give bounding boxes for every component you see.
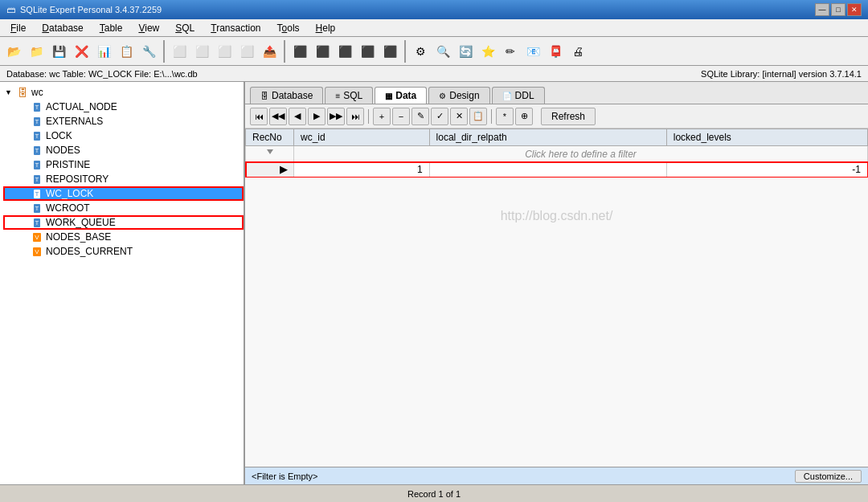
tab-database[interactable]: 🗄 Database (250, 87, 323, 104)
tb-12[interactable]: 📤 (259, 41, 280, 62)
nav-next-page[interactable]: ▶▶ (327, 108, 345, 125)
tb-14[interactable]: ⬛ (312, 41, 333, 62)
tb-23[interactable]: 📧 (522, 41, 543, 62)
tb-15[interactable]: ⬛ (334, 41, 355, 62)
sql-tab-icon: ≡ (335, 92, 340, 100)
tree-expand-wc[interactable]: ▼ (5, 88, 16, 96)
tb-19[interactable]: 🔍 (432, 41, 453, 62)
nav-prev-page[interactable]: ◀◀ (269, 108, 287, 125)
toolbar-sep-2 (284, 40, 285, 63)
tree-item-wc-lock[interactable]: T WC_LOCK (3, 186, 244, 201)
row-delete[interactable]: − (392, 108, 410, 125)
tree-item-nodes-base[interactable]: V NODES_BASE (3, 230, 244, 244)
menu-sql[interactable]: SQL (168, 20, 202, 36)
tb-21[interactable]: ⭐ (477, 41, 498, 62)
tb-6[interactable]: 📋 (116, 41, 137, 62)
main-layout: ▼ 🗄 wc T ACTUAL_NODE T EXTERNALS T LOCK (0, 82, 868, 484)
nav-next[interactable]: ▶ (308, 108, 326, 125)
tb-8[interactable]: ⬜ (169, 41, 190, 62)
tree-label-externals: EXTERNALS (46, 116, 103, 127)
filter-text[interactable]: Click here to define a filter (294, 146, 868, 162)
toolbar-sep-3 (404, 40, 406, 63)
row-edit[interactable]: ✎ (411, 108, 429, 125)
design-tab-icon: ⚙ (439, 92, 446, 100)
tab-sql[interactable]: ≡ SQL (325, 87, 373, 104)
nav-last[interactable]: ⏭ (346, 108, 364, 125)
menu-transaction[interactable]: Transaction (203, 20, 268, 36)
tb-7[interactable]: 🔧 (138, 41, 159, 62)
tb-open[interactable]: 📁 (26, 41, 47, 62)
tb-close[interactable]: ❌ (71, 41, 92, 62)
filter-indicator (246, 146, 294, 162)
tb-22[interactable]: ✏ (500, 41, 521, 62)
filter-row[interactable]: Click here to define a filter (246, 146, 868, 162)
customize-button[interactable]: Customize... (795, 470, 862, 483)
col-header-relpath: local_dir_relpath (429, 129, 666, 146)
tree-item-pristine[interactable]: T PRISTINE (3, 157, 244, 172)
cell-relpath-1[interactable] (429, 162, 666, 178)
tree-item-lock[interactable]: T LOCK (3, 129, 244, 143)
filter-icon (265, 148, 275, 157)
table-icon-lock: T (31, 129, 43, 142)
tb-5[interactable]: 📊 (93, 41, 114, 62)
tree-item-nodes-current[interactable]: V NODES_CURRENT (3, 244, 244, 259)
tree-item-actual-node[interactable]: T ACTUAL_NODE (3, 100, 244, 114)
tab-data[interactable]: ▦ Data (375, 87, 427, 104)
data-toolbar: ⏮ ◀◀ ◀ ▶ ▶▶ ⏭ + − ✎ ✓ ✕ 📋 * ⊕ Refresh (245, 104, 868, 129)
menu-help[interactable]: Help (309, 20, 343, 36)
menu-view[interactable]: View (131, 20, 166, 36)
tree-item-nodes[interactable]: T NODES (3, 143, 244, 157)
row-confirm[interactable]: ✓ (431, 108, 448, 125)
tb-13[interactable]: ⬛ (289, 41, 310, 62)
col-header-wc-id: wc_id (294, 129, 430, 146)
tb-24[interactable]: 📮 (545, 41, 566, 62)
nav-first[interactable]: ⏮ (250, 108, 268, 125)
tb-20[interactable]: 🔄 (455, 41, 476, 62)
tb-16[interactable]: ⬛ (357, 41, 378, 62)
minimize-button[interactable]: — (815, 3, 829, 16)
row-plus2[interactable]: ⊕ (515, 108, 533, 125)
data-sep-1 (368, 109, 369, 124)
svg-marker-0 (267, 149, 273, 154)
menu-table[interactable]: Table (92, 20, 130, 36)
maximize-button[interactable]: □ (831, 3, 845, 16)
tab-bar: 🗄 Database ≡ SQL ▦ Data ⚙ Design 📄 DDL (245, 82, 868, 104)
tb-save[interactable]: 💾 (48, 41, 69, 62)
tree-item-wcroot[interactable]: T WCROOT (3, 201, 244, 215)
tab-design[interactable]: ⚙ Design (428, 87, 489, 104)
row-copy[interactable]: 📋 (469, 108, 487, 125)
nav-prev[interactable]: ◀ (289, 108, 306, 125)
tb-9[interactable]: ⬜ (191, 41, 212, 62)
tb-25[interactable]: 🖨 (567, 41, 588, 62)
tb-17[interactable]: ⬛ (379, 41, 400, 62)
tb-new[interactable]: 📂 (3, 41, 24, 62)
cell-wc-id-1[interactable]: 1 (294, 162, 430, 178)
table-icon-repository: T (31, 173, 43, 186)
tb-10[interactable]: ⬜ (214, 41, 235, 62)
data-row-1[interactable]: ▶ 1 -1 (246, 162, 868, 178)
tree-item-externals[interactable]: T EXTERNALS (3, 114, 244, 129)
tree-item-repository[interactable]: T REPOSITORY (3, 172, 244, 186)
row-asterisk[interactable]: * (496, 108, 514, 125)
tab-data-label: Data (395, 90, 416, 101)
info-bar: Database: wc Table: WC_LOCK File: E:\...… (0, 66, 868, 82)
data-grid: RecNo wc_id local_dir_relpath locked_lev… (245, 129, 868, 178)
refresh-button[interactable]: Refresh (541, 108, 596, 125)
tab-ddl[interactable]: 📄 DDL (492, 87, 545, 104)
row-cancel[interactable]: ✕ (450, 108, 468, 125)
tb-11[interactable]: ⬜ (236, 41, 257, 62)
row-add[interactable]: + (373, 108, 391, 125)
filter-status: <Filter is Empty> (252, 471, 318, 481)
tree-item-work-queue[interactable]: T WORK_QUEUE (3, 215, 244, 230)
table-icon-wcroot: T (31, 202, 43, 214)
tb-18[interactable]: ⚙ (410, 41, 431, 62)
menu-file[interactable]: File (3, 20, 33, 36)
special-icon-nodes-base: V (31, 231, 43, 243)
tree-root-wc[interactable]: ▼ 🗄 wc (3, 85, 244, 100)
title-bar: 🗃 SQLite Expert Personal 3.4.37.2259 — □… (0, 0, 868, 19)
cell-locked-1[interactable]: -1 (666, 162, 867, 178)
tree-label-nodes-current: NODES_CURRENT (46, 246, 133, 257)
menu-tools[interactable]: Tools (270, 20, 307, 36)
close-button[interactable]: ✕ (847, 3, 862, 16)
menu-database[interactable]: Database (35, 20, 90, 36)
